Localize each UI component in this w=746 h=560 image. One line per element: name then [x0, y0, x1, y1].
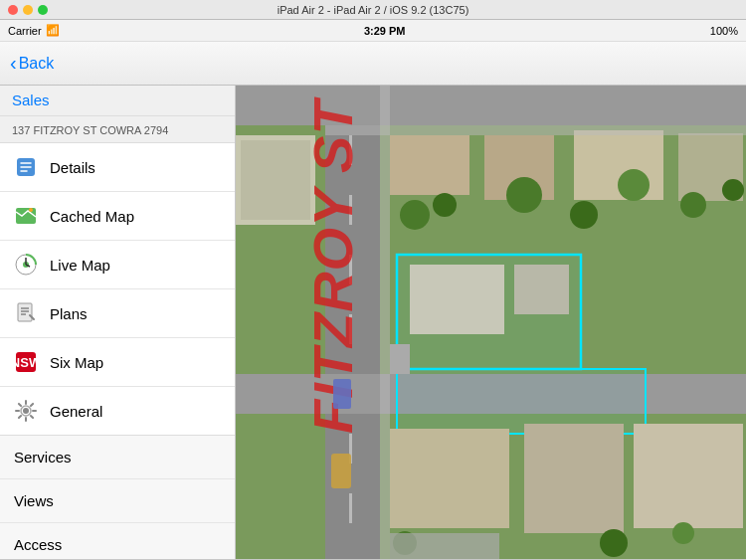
sidebar-item-plans[interactable]: Plans: [0, 289, 235, 338]
svg-rect-51: [390, 533, 499, 559]
six-map-label: Six Map: [50, 354, 103, 371]
svg-rect-55: [331, 454, 351, 488]
back-label: Back: [19, 55, 55, 73]
traffic-lights: [8, 5, 48, 15]
sidebar-item-six-map[interactable]: NSW Six Map: [0, 338, 235, 387]
svg-point-50: [672, 522, 694, 544]
chevron-left-icon: ‹: [10, 52, 17, 75]
svg-point-36: [570, 201, 598, 229]
sidebar-item-views[interactable]: Views: [0, 479, 235, 523]
sidebar-nav-section: Details Cached Map: [0, 143, 235, 436]
svg-rect-46: [524, 424, 624, 533]
close-button[interactable]: [8, 5, 18, 15]
views-label: Views: [14, 492, 54, 509]
svg-point-35: [506, 177, 542, 213]
sidebar-item-access[interactable]: Access: [0, 523, 235, 559]
map-area[interactable]: FITZROY ST: [236, 86, 746, 559]
cached-map-icon: [12, 202, 40, 230]
access-label: Access: [14, 536, 62, 553]
cached-map-label: Cached Map: [50, 208, 134, 225]
svg-point-38: [680, 192, 706, 218]
status-left: Carrier 📶: [8, 24, 60, 37]
nav-bar: ‹ Back: [0, 42, 746, 86]
services-label: Services: [14, 449, 72, 466]
wifi-icon: 📶: [46, 24, 60, 37]
svg-text:NSW: NSW: [14, 355, 38, 370]
general-label: General: [50, 403, 102, 420]
back-button[interactable]: ‹ Back: [10, 52, 54, 75]
status-time: 3:29 PM: [364, 25, 406, 37]
sidebar-item-services[interactable]: Services: [0, 436, 235, 479]
svg-rect-7: [18, 303, 32, 321]
svg-rect-43: [514, 265, 569, 314]
svg-rect-42: [410, 265, 504, 334]
title-bar: iPad Air 2 - iPad Air 2 / iOS 9.2 (13C75…: [0, 0, 746, 20]
plans-label: Plans: [50, 305, 88, 322]
live-map-label: Live Map: [50, 257, 110, 274]
svg-rect-52: [380, 86, 390, 559]
aerial-map: FITZROY ST: [236, 86, 746, 559]
carrier-label: Carrier: [8, 25, 42, 37]
svg-rect-47: [634, 424, 743, 528]
svg-rect-53: [325, 125, 746, 135]
plans-icon: [12, 299, 40, 327]
svg-rect-29: [390, 135, 469, 195]
sidebar-item-details[interactable]: Details: [0, 143, 235, 192]
minimize-button[interactable]: [23, 5, 33, 15]
live-map-icon: [12, 251, 40, 279]
sidebar: Sales 137 FITZROY ST COWRA 2794 Details: [0, 86, 236, 559]
ios-status-bar: Carrier 📶 3:29 PM 100%: [0, 20, 746, 42]
six-map-icon: NSW: [12, 348, 40, 376]
svg-text:FITZROY ST: FITZROY ST: [301, 96, 364, 434]
sidebar-section-items: Services Views Access Zoning Topography …: [0, 436, 235, 559]
svg-rect-24: [349, 493, 352, 523]
sales-link[interactable]: Sales: [12, 92, 50, 108]
svg-point-37: [618, 169, 650, 201]
main-layout: Sales 137 FITZROY ST COWRA 2794 Details: [0, 86, 746, 559]
svg-rect-28: [241, 140, 310, 220]
svg-point-13: [23, 408, 29, 414]
svg-point-49: [600, 529, 628, 557]
property-address: 137 FITZROY ST COWRA 2794: [0, 116, 235, 143]
details-icon: [12, 153, 40, 181]
sidebar-item-general[interactable]: General: [0, 387, 235, 435]
window-title: iPad Air 2 - iPad Air 2 / iOS 9.2 (13C75…: [278, 4, 469, 16]
battery-status: 100%: [710, 25, 738, 37]
svg-point-34: [433, 193, 457, 217]
svg-rect-1: [16, 208, 36, 224]
svg-point-33: [400, 200, 430, 230]
svg-rect-45: [390, 429, 509, 528]
svg-rect-44: [390, 344, 410, 374]
sidebar-item-cached-map[interactable]: Cached Map: [0, 192, 235, 241]
svg-point-39: [722, 179, 744, 201]
svg-rect-56: [333, 379, 351, 409]
general-icon: [12, 397, 40, 425]
svg-point-2: [29, 208, 33, 212]
details-label: Details: [50, 159, 95, 176]
sidebar-item-live-map[interactable]: Live Map: [0, 241, 235, 289]
maximize-button[interactable]: [38, 5, 48, 15]
